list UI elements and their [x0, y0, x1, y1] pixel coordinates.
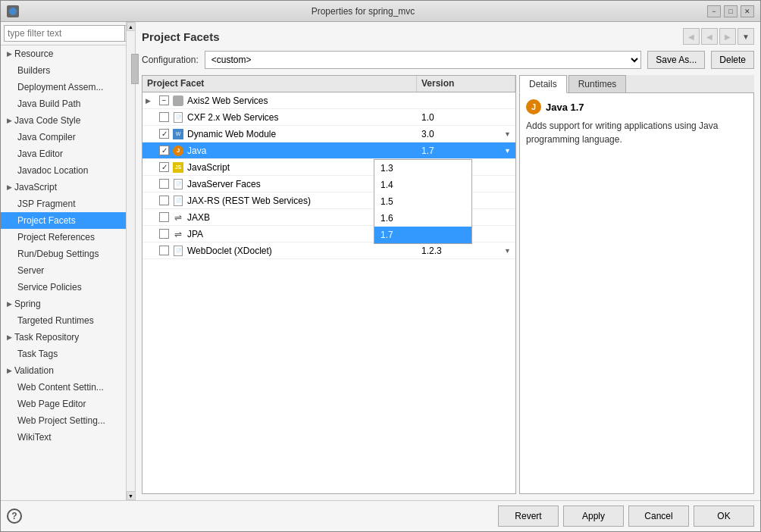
dropdown-option[interactable]: 1.7 — [374, 227, 471, 243]
dropdown-option[interactable]: 1.4 — [374, 177, 471, 193]
sidebar-item-java-code-style[interactable]: ▶Java Code Style — [1, 112, 126, 129]
filter-bar: ✕ — [1, 22, 126, 45]
back-button[interactable]: ◀ — [683, 28, 700, 45]
facet-checkbox[interactable] — [159, 162, 169, 172]
doc-icon: 📄 — [172, 195, 184, 207]
panel-header: Project Facets ◀ ◀ ▶ ▼ — [142, 28, 754, 45]
detail-tab-runtimes[interactable]: Runtimes — [568, 75, 627, 92]
sidebar-item-java-editor[interactable]: Java Editor — [1, 146, 126, 162]
table-row[interactable]: WDynamic Web Module3.0▼ — [142, 126, 515, 142]
facet-cell: 📄CXF 2.x Web Services — [142, 111, 417, 124]
dropdown-option[interactable]: 1.6 — [374, 210, 471, 227]
dropdown-option[interactable]: 1.5 — [374, 193, 471, 210]
version-dropdown-arrow[interactable]: ▼ — [504, 147, 511, 155]
sidebar-item-web-content-settin-[interactable]: Web Content Settin... — [1, 379, 126, 396]
link-icon: ⇌ — [172, 228, 184, 240]
sidebar-item-javascript[interactable]: ▶JavaScript — [1, 179, 126, 196]
table-row[interactable]: 📄WebDoclet (XDoclet)1.2.3▼ — [142, 243, 515, 259]
detail-title-text: Java 1.7 — [546, 102, 584, 113]
version-text: 3.0 — [421, 129, 504, 139]
facet-checkbox[interactable] — [159, 196, 169, 205]
web-icon: W — [172, 128, 184, 140]
delete-button[interactable]: Delete — [711, 51, 754, 69]
sidebar-item-run-debug-settings[interactable]: Run/Debug Settings — [1, 246, 126, 262]
sidebar-item-project-references[interactable]: Project References — [1, 229, 126, 246]
sidebar-item-deployment-assem-[interactable]: Deployment Assem... — [1, 79, 126, 95]
facet-checkbox[interactable] — [159, 246, 169, 255]
facet-checkbox[interactable] — [159, 212, 169, 222]
table-row[interactable]: ▶Axis2 Web Services — [142, 92, 515, 109]
sidebar-item-web-page-editor[interactable]: Web Page Editor — [1, 396, 126, 412]
table-row[interactable]: 📄CXF 2.x Web Services1.0 — [142, 109, 515, 126]
apply-button[interactable]: Apply — [563, 505, 624, 527]
sidebar-item-javadoc-location[interactable]: Javadoc Location — [1, 162, 126, 179]
sidebar-item-label: Builders — [17, 65, 50, 76]
sidebar-item-builders[interactable]: Builders — [1, 62, 126, 79]
scroll-down-arrow[interactable]: ▼ — [127, 491, 136, 500]
sidebar-item-label: Deployment Assem... — [17, 82, 103, 92]
sidebar-item-java-build-path[interactable]: Java Build Path — [1, 95, 126, 112]
sidebar-item-task-tags[interactable]: Task Tags — [1, 346, 126, 362]
facets-table: Project Facet Version ▶Axis2 Web Service… — [142, 75, 516, 494]
titlebar: Properties for spring_mvc − □ ✕ — [1, 1, 760, 22]
facet-checkbox[interactable] — [159, 146, 169, 155]
sidebar-item-label: Validation — [14, 365, 54, 376]
properties-window: Properties for spring_mvc − □ ✕ ✕ ▶Resou… — [0, 0, 761, 532]
sidebar-item-task-repository[interactable]: ▶Task Repository — [1, 329, 126, 346]
sidebar-item-label: Java Compiler — [17, 132, 76, 142]
maximize-button[interactable]: □ — [724, 5, 738, 17]
cancel-button[interactable]: Cancel — [628, 505, 689, 527]
sidebar-item-targeted-runtimes[interactable]: Targeted Runtimes — [1, 312, 126, 329]
sidebar-item-spring[interactable]: ▶Spring — [1, 296, 126, 312]
config-select[interactable]: <custom> — [205, 51, 642, 69]
config-row: Configuration: <custom> Save As... Delet… — [142, 51, 754, 69]
minimize-button[interactable]: − — [707, 5, 721, 17]
sidebar-item-validation[interactable]: ▶Validation — [1, 362, 126, 379]
app-icon — [7, 5, 19, 17]
scroll-thumb[interactable] — [131, 54, 139, 84]
table-row[interactable]: JJava1.7▼ — [142, 142, 515, 159]
window-controls: − □ ✕ — [707, 5, 754, 17]
table-header: Project Facet Version — [142, 76, 515, 92]
expand-arrow: ▶ — [4, 49, 14, 59]
sidebar-item-label: Web Content Settin... — [17, 382, 104, 393]
facet-cell: JJava — [142, 145, 417, 157]
sidebar-item-label: Task Repository — [14, 332, 79, 343]
sidebar-item-web-project-setting-[interactable]: Web Project Setting... — [1, 412, 126, 429]
sidebar-item-wikitext[interactable]: WikiText — [1, 429, 126, 446]
detail-title: J Java 1.7 — [526, 99, 747, 114]
filter-input[interactable] — [4, 25, 125, 42]
facet-checkbox[interactable] — [159, 179, 169, 189]
save-as-button[interactable]: Save As... — [647, 51, 705, 69]
sidebar-item-java-compiler[interactable]: Java Compiler — [1, 129, 126, 146]
details-panel: DetailsRuntimes J Java 1.7 Adds support … — [519, 75, 754, 494]
table-body: ▶Axis2 Web Services📄CXF 2.x Web Services… — [142, 92, 515, 493]
revert-button[interactable]: Revert — [498, 505, 559, 527]
facet-cell: ▶Axis2 Web Services — [142, 95, 417, 107]
detail-tab-details[interactable]: Details — [519, 75, 567, 93]
sidebar-item-service-policies[interactable]: Service Policies — [1, 279, 126, 296]
ok-button[interactable]: OK — [694, 505, 754, 527]
facet-checkbox[interactable] — [159, 112, 169, 122]
close-button[interactable]: ✕ — [741, 5, 754, 17]
facet-checkbox[interactable] — [159, 95, 169, 105]
facet-checkbox[interactable] — [159, 229, 169, 239]
version-dropdown-arrow[interactable]: ▼ — [504, 130, 511, 138]
help-button[interactable]: ? — [7, 509, 22, 524]
details-content: J Java 1.7 Adds support for writing appl… — [519, 93, 754, 494]
more-button[interactable]: ▼ — [738, 28, 754, 45]
version-text: 1.7 — [421, 146, 504, 156]
scroll-up-arrow[interactable]: ▲ — [127, 22, 136, 31]
sidebar-item-server[interactable]: Server — [1, 262, 126, 279]
config-label: Configuration: — [142, 55, 199, 65]
sidebar-item-resource[interactable]: ▶Resource — [1, 45, 126, 62]
sidebar-item-jsp-fragment[interactable]: JSP Fragment — [1, 196, 126, 212]
version-dropdown-arrow[interactable]: ▼ — [504, 247, 511, 255]
link-icon: ⇌ — [172, 211, 184, 224]
sidebar-scrollbar[interactable]: ▲ ▼ — [126, 22, 135, 500]
sidebar-item-project-facets[interactable]: Project Facets — [1, 212, 126, 229]
expand-arrow: ▶ — [4, 332, 14, 343]
forward-button[interactable]: ▶ — [719, 28, 736, 45]
facet-checkbox[interactable] — [159, 129, 169, 139]
dropdown-option[interactable]: 1.3 — [374, 160, 471, 177]
